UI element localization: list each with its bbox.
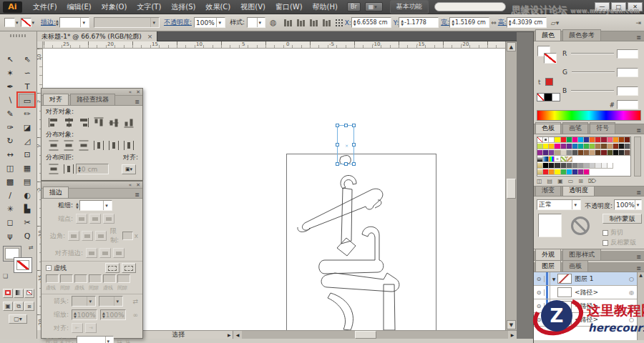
reference-point-icon[interactable] xyxy=(335,19,343,26)
new-swatch-icon[interactable]: ⊞ xyxy=(578,178,583,184)
black-swatch[interactable] xyxy=(545,93,552,101)
swatch[interactable] xyxy=(619,150,625,156)
menu-item[interactable]: 效果(C) xyxy=(200,0,235,14)
collapse-panel-icon[interactable]: « xyxy=(127,182,134,188)
visibility-eye-icon[interactable]: ⊙ xyxy=(534,276,545,282)
align-vertical-center[interactable] xyxy=(106,118,121,127)
panel-tab[interactable]: 颜色参考 xyxy=(562,29,601,41)
distribute-horizontal-left[interactable] xyxy=(91,141,106,150)
panel-menu-icon[interactable]: ≣ xyxy=(132,192,142,198)
tool-button[interactable]: ↖ xyxy=(1,53,19,66)
swatch[interactable] xyxy=(625,150,630,156)
tool-button[interactable]: ✶ xyxy=(1,66,19,80)
last-color-icon[interactable]: t xyxy=(538,79,541,86)
dash-preserve-button[interactable] xyxy=(105,263,119,273)
swatch[interactable] xyxy=(561,150,567,156)
align-horizontal-right[interactable] xyxy=(76,118,91,127)
swatch[interactable] xyxy=(578,163,584,169)
distribute-vertical-center[interactable] xyxy=(61,141,76,150)
swatch[interactable] xyxy=(549,137,555,143)
height-field[interactable]: ▲▼4.3039 cm xyxy=(507,17,547,28)
selection-handle[interactable] xyxy=(352,143,356,146)
arrange-documents-button[interactable]: ▦▾ xyxy=(365,2,383,11)
swatch-kinds-icon[interactable]: ▤ xyxy=(547,178,553,184)
channel-slider[interactable] xyxy=(571,90,614,91)
opacity-combo[interactable]: 100%▾ xyxy=(614,199,642,210)
scroll-up-icon[interactable]: ▲ xyxy=(639,272,643,277)
swatch[interactable] xyxy=(537,156,543,162)
swatch[interactable] xyxy=(555,137,560,143)
tool-button[interactable]: ◻ xyxy=(1,216,19,229)
align-horizontal-center[interactable] xyxy=(61,118,76,127)
tool-button[interactable]: ↻ xyxy=(1,134,19,148)
align-vertical-top[interactable] xyxy=(91,118,106,127)
new-color-group-icon[interactable]: ▭ xyxy=(568,178,574,184)
width-label[interactable]: 宽: xyxy=(441,18,449,27)
status-menu-icon[interactable]: ▶ xyxy=(228,332,231,337)
color-mode-button[interactable] xyxy=(3,289,13,298)
stroke-link[interactable]: 描边: xyxy=(41,18,56,27)
selection-handle[interactable] xyxy=(344,124,348,127)
swatch[interactable] xyxy=(537,144,543,149)
doc-setup-icon[interactable] xyxy=(283,19,293,27)
align-to-selector[interactable]: ▣▾ xyxy=(122,164,136,174)
swatch[interactable] xyxy=(543,137,549,143)
make-mask-button[interactable]: 制作蒙版 xyxy=(602,214,642,224)
menu-item[interactable]: 帮助(H) xyxy=(308,0,343,14)
swatch[interactable] xyxy=(572,163,578,169)
close-panel-icon[interactable]: ✕ xyxy=(134,182,142,188)
stroke-weight-combo[interactable]: ▾ xyxy=(59,17,89,28)
scroll-down-icon[interactable]: ▼ xyxy=(507,320,516,329)
tool-button[interactable]: ▭ xyxy=(19,94,36,107)
tool-button[interactable]: ◪ xyxy=(19,121,36,134)
tool-button[interactable]: ✏ xyxy=(19,107,36,121)
transform-align-icon[interactable] xyxy=(321,19,331,27)
dash-align-button[interactable] xyxy=(122,263,136,273)
horizontal-distribute-space[interactable] xyxy=(61,164,76,174)
swatch[interactable] xyxy=(561,137,567,143)
draw-normal-button[interactable]: ▣ xyxy=(3,302,13,311)
channel-value-field[interactable] xyxy=(617,49,638,59)
swatch[interactable] xyxy=(608,137,613,143)
opacity-combo[interactable]: 100%▾ xyxy=(194,17,225,28)
width-field[interactable]: ▲▼1.5169 cm xyxy=(449,17,489,28)
swatch[interactable] xyxy=(572,150,578,156)
chevron-down-icon[interactable]: ▾ xyxy=(16,20,19,26)
tool-button[interactable]: ▩ xyxy=(1,175,19,189)
delete-swatch-icon[interactable]: ⌦ xyxy=(588,178,596,184)
swatch[interactable] xyxy=(578,144,584,149)
scroll-right-icon[interactable]: ▶ xyxy=(508,331,517,339)
tool-button[interactable]: ⊡ xyxy=(19,148,36,161)
panel-grip[interactable] xyxy=(10,34,27,37)
swatch-libraries-icon[interactable]: ◫ xyxy=(537,178,542,184)
swatch[interactable] xyxy=(561,144,567,149)
swatch[interactable] xyxy=(567,156,572,162)
menu-item[interactable]: 文件(F) xyxy=(28,0,62,14)
swatch[interactable] xyxy=(567,137,572,143)
swatch[interactable] xyxy=(601,137,607,143)
target-circle-icon[interactable]: ○ xyxy=(629,276,634,282)
collapse-panel-icon[interactable]: « xyxy=(127,89,134,95)
panel-menu-icon[interactable]: ≣ xyxy=(633,127,644,134)
scroll-left-icon[interactable]: ◀ xyxy=(233,331,242,339)
layer-color-column[interactable] xyxy=(545,272,550,285)
swatch[interactable] xyxy=(613,137,619,143)
swatch[interactable] xyxy=(543,169,549,175)
height-label[interactable]: 高: xyxy=(498,18,507,27)
collapse-control-bar-icon[interactable]: ⇥ xyxy=(635,19,641,26)
swatch[interactable] xyxy=(602,163,608,169)
swatch[interactable] xyxy=(608,144,613,149)
swatch[interactable] xyxy=(567,144,572,149)
workspace-switcher[interactable]: 基本功能 xyxy=(390,0,429,14)
swatch[interactable] xyxy=(625,144,630,149)
swatch[interactable] xyxy=(595,150,601,156)
panel-tab[interactable]: 外观 xyxy=(535,249,561,260)
tool-button[interactable]: ◐ xyxy=(19,189,36,202)
swatch[interactable] xyxy=(572,137,578,143)
tool-button[interactable]: ∖ xyxy=(1,94,19,107)
clip-checkbox[interactable]: 剪切 xyxy=(602,228,623,237)
tool-button[interactable]: ∽ xyxy=(19,66,36,80)
swatch[interactable] xyxy=(549,169,555,175)
swatch[interactable] xyxy=(555,144,560,149)
swatch[interactable] xyxy=(613,144,619,149)
